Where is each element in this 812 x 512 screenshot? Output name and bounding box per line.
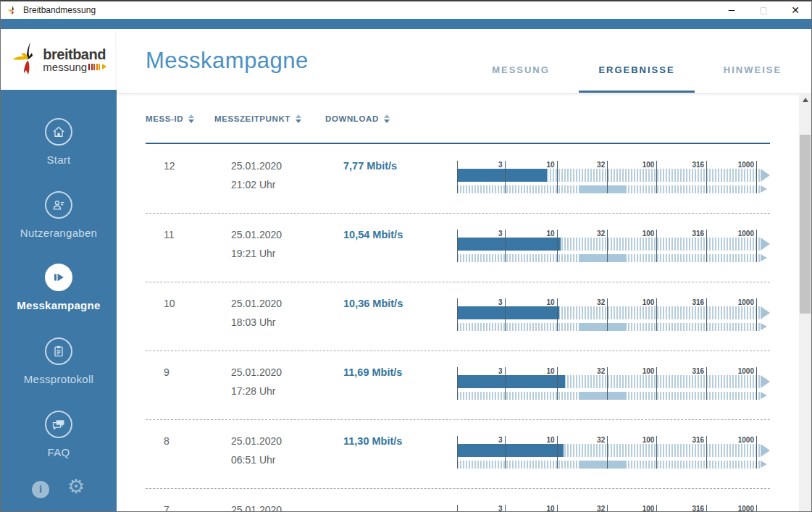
minimize-button[interactable]: –: [716, 1, 748, 19]
sort-icon[interactable]: [188, 114, 194, 123]
sort-icon[interactable]: [296, 114, 301, 123]
row-date: 25.01.2020: [231, 435, 282, 447]
gauge-measured-track: [457, 306, 760, 319]
table-header: MESS-ID MESSZEITPUNKT DOWNLOAD: [146, 114, 770, 133]
gauge-measured-track: [457, 444, 760, 457]
gauge-tick: [505, 161, 506, 193]
download-gauge: 310321003161000: [457, 161, 756, 193]
gauge-tick: [706, 436, 707, 469]
gauge-tick: [756, 298, 757, 331]
gauge-arrow-icon: [761, 323, 767, 330]
home-icon: [45, 118, 72, 146]
gauge-tick-label: 3: [498, 298, 503, 306]
download-gauge: 310321003161000: [457, 298, 756, 331]
download-gauge: 310321003161000: [457, 505, 756, 511]
gauge-tariff-band: [579, 254, 627, 262]
gauge-tick: [656, 230, 657, 262]
row-time: 17:28 Uhr: [231, 385, 275, 397]
scrollbar[interactable]: [799, 93, 811, 511]
user-icon: [45, 191, 72, 219]
gauge-tick-label: 100: [643, 436, 655, 444]
gauge-tick: [607, 436, 608, 469]
table-row[interactable]: 7 25.01.2020 310321003161000: [146, 489, 770, 511]
gauge-tick-label: 316: [692, 505, 704, 511]
table-row[interactable]: 9 25.01.2020 17:28 Uhr 11,69 Mbit/s 3103…: [146, 351, 770, 420]
gauge-tick-label: 1000: [738, 436, 754, 444]
column-header-download[interactable]: DOWNLOAD: [325, 114, 390, 123]
gauge-measured-fill: [457, 444, 564, 457]
row-download-value: 10,36 Mbit/s: [343, 298, 403, 309]
row-mess-id: 10: [164, 298, 175, 309]
sidebar-item-faq[interactable]: FAQ: [1, 411, 117, 458]
gauge-tick: [706, 161, 707, 193]
gauge-tick: [505, 436, 506, 469]
row-date: 25.01.2020: [231, 160, 282, 172]
gauge-tick: [557, 367, 558, 400]
gauge-tick-label: 3: [498, 230, 503, 238]
info-icon[interactable]: i: [32, 481, 49, 498]
close-button[interactable]: ✕: [779, 1, 811, 19]
sidebar-item-messkampagne[interactable]: Messkampagne: [1, 264, 117, 311]
table-row[interactable]: 11 25.01.2020 19:21 Uhr 10,54 Mbit/s 310…: [146, 214, 770, 282]
row-download-value: 7,77 Mbit/s: [343, 160, 397, 172]
gauge-measured-fill: [457, 375, 565, 388]
gauge-tick: [607, 367, 608, 400]
page-title: Messkampagne: [146, 48, 309, 74]
logo-text-line2: messung: [43, 62, 87, 72]
row-date: 25.01.2020: [231, 229, 282, 240]
table-row[interactable]: 8 25.01.2020 06:51 Uhr 11,30 Mbit/s 3103…: [146, 420, 770, 489]
gauge-tick: [656, 298, 657, 331]
logo-text-line1: breitband: [43, 47, 106, 62]
play-icon: [45, 264, 72, 291]
scrollbar-up-arrow-icon[interactable]: [799, 95, 811, 105]
row-download-value: 11,30 Mbit/s: [343, 435, 402, 447]
column-header-messzeitpunkt[interactable]: MESSZEITPUNKT: [214, 114, 301, 123]
gauge-tick-label: 32: [597, 230, 605, 238]
sidebar-item-nutzerangaben[interactable]: Nutzerangaben: [1, 191, 117, 239]
gauge-tick: [756, 367, 757, 400]
download-gauge: 310321003161000: [457, 367, 756, 400]
sort-icon[interactable]: [384, 114, 390, 123]
tab-hinweise[interactable]: HINWEISE: [695, 31, 811, 93]
gauge-arrow-icon: [761, 306, 770, 319]
gauge-tick-label: 316: [692, 436, 704, 444]
gauge-tick-label: 3: [498, 367, 503, 375]
table-row[interactable]: 12 25.01.2020 21:02 Uhr 7,77 Mbit/s 3103…: [146, 145, 770, 214]
header-accent-strip: [1, 19, 811, 29]
gauge-arrow-icon: [761, 375, 770, 388]
page-header: Messkampagne MESSUNG ERGEBNISSE HINWEISE: [117, 29, 811, 93]
row-mess-id: 8: [164, 435, 169, 447]
gauge-tariff-band: [579, 323, 627, 331]
clipboard-icon: [45, 337, 72, 365]
gauge-tick: [557, 230, 558, 262]
settings-icon[interactable]: ⚙: [67, 477, 85, 497]
gauge-tick: [457, 298, 458, 331]
gauge-tick-label: 10: [547, 230, 555, 238]
gauge-tick-label: 1000: [738, 367, 754, 375]
gauge-tick: [706, 367, 707, 400]
sidebar-item-messprotokoll[interactable]: Messprotokoll: [1, 337, 117, 385]
gauge-tick: [505, 505, 506, 511]
sidebar-item-label: Messprotokoll: [1, 373, 117, 385]
gauge-tick: [706, 298, 707, 331]
sidebar-item-start[interactable]: Start: [1, 118, 117, 166]
tab-messung[interactable]: MESSUNG: [463, 31, 579, 93]
gauge-tick: [505, 298, 506, 331]
scrollbar-thumb[interactable]: [800, 135, 811, 314]
table-body: 12 25.01.2020 21:02 Uhr 7,77 Mbit/s 3103…: [146, 145, 770, 511]
row-time: 06:51 Uhr: [231, 454, 275, 466]
gauge-tick: [656, 505, 657, 511]
table-row[interactable]: 10 25.01.2020 18:03 Uhr 10,36 Mbit/s 310…: [146, 282, 770, 351]
gauge-tick: [557, 161, 558, 193]
gauge-tick-label: 32: [597, 298, 605, 306]
gauge-tick: [756, 505, 757, 511]
gauge-arrow-icon: [761, 169, 770, 182]
gauge-tick: [557, 436, 558, 469]
gauge-tick: [457, 505, 458, 511]
row-time: 19:21 Uhr: [231, 248, 275, 259]
column-header-mess-id[interactable]: MESS-ID: [146, 114, 194, 123]
maximize-button[interactable]: ▢: [748, 1, 779, 19]
main-area: Messkampagne MESSUNG ERGEBNISSE HINWEISE…: [117, 29, 811, 511]
gauge-arrow-icon: [761, 461, 767, 468]
tab-ergebnisse[interactable]: ERGEBNISSE: [579, 31, 695, 93]
